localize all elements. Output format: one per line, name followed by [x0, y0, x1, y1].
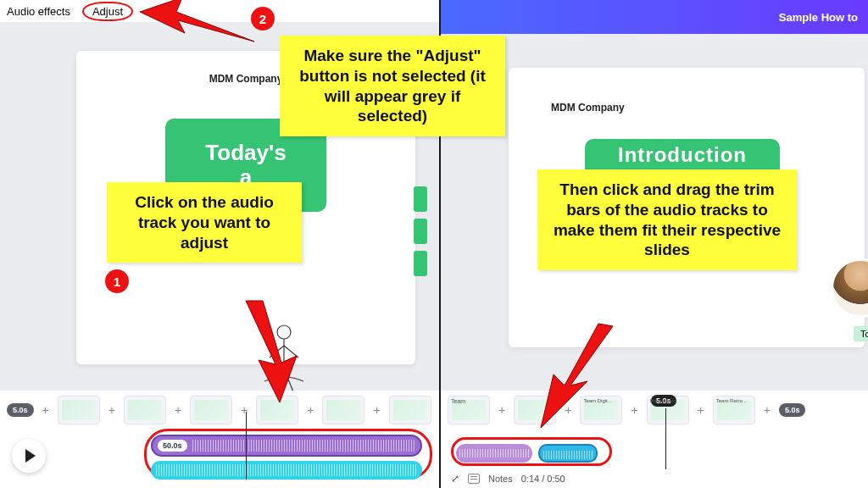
- waveform-icon: [156, 464, 417, 476]
- adjust-tab[interactable]: Adjust: [82, 2, 133, 21]
- add-icon[interactable]: +: [762, 403, 772, 417]
- slide-thumb[interactable]: [124, 396, 166, 424]
- duration-pill: 5.0s: [7, 403, 34, 417]
- name-tag: Toma: [854, 326, 868, 341]
- slide-thumb[interactable]: [389, 396, 431, 424]
- time-display: 0:14 / 0:50: [521, 474, 565, 484]
- step-badge-2: 2: [251, 7, 275, 30]
- notes-label[interactable]: Notes: [488, 474, 513, 484]
- add-icon[interactable]: +: [497, 403, 507, 417]
- add-icon[interactable]: +: [629, 403, 639, 417]
- add-icon[interactable]: +: [305, 403, 315, 417]
- audio-track-blue[interactable]: [538, 444, 598, 463]
- add-icon[interactable]: +: [696, 403, 706, 417]
- slide-thumb[interactable]: [58, 396, 100, 424]
- company-label: MDM Company: [509, 68, 865, 114]
- annotation-callout-3: Then click and drag the trim bars of the…: [537, 169, 797, 270]
- audio-track-cyan[interactable]: [151, 461, 422, 480]
- slide-thumb[interactable]: Team Retro...: [713, 396, 755, 424]
- timeline-left: 5.0s + + + + + + 50.0s: [0, 391, 439, 488]
- audio-track-purple[interactable]: 50.0s: [151, 435, 422, 457]
- waveform-icon: [543, 451, 593, 459]
- add-icon[interactable]: +: [107, 403, 117, 417]
- audio-effects-tab[interactable]: Audio effects: [7, 5, 70, 18]
- annotation-callout-2: Make sure the "Adjust" button is not sel…: [280, 36, 505, 136]
- arrow-icon: [229, 297, 305, 410]
- add-icon[interactable]: +: [371, 403, 381, 417]
- clip-duration-pill: 50.0s: [158, 440, 187, 452]
- header-bar: Sample How to: [441, 0, 868, 34]
- step-badge-1: 1: [105, 269, 129, 293]
- waveform-icon: [192, 440, 415, 452]
- audio-track-purple[interactable]: [456, 444, 532, 463]
- duration-pill: 5.0s: [779, 403, 806, 417]
- annotation-callout-1: Click on the audio track you want to adj…: [107, 182, 302, 263]
- notes-bar: ⤢ Notes 0:14 / 0:50: [451, 473, 565, 485]
- arrow-icon: [532, 322, 626, 435]
- slide-indicators: [414, 186, 427, 276]
- timeline-right: Team + + Team Digit... + Introduction + …: [441, 391, 868, 488]
- sample-button[interactable]: Sample How to: [779, 11, 858, 24]
- slide-thumb[interactable]: Introduction: [647, 396, 689, 424]
- arrow-icon: [136, 0, 263, 58]
- add-icon[interactable]: +: [41, 403, 51, 417]
- slide-thumb[interactable]: Team: [448, 396, 490, 424]
- thumbnail-row: 5.0s + + + + + +: [0, 391, 439, 426]
- slide-thumb[interactable]: [322, 396, 364, 424]
- notes-icon[interactable]: [468, 474, 480, 484]
- slide-thumb[interactable]: [190, 396, 232, 424]
- playhead[interactable]: 5.0s: [665, 408, 666, 469]
- add-icon[interactable]: +: [173, 403, 183, 417]
- playhead[interactable]: [246, 412, 247, 480]
- avatar: [831, 258, 868, 318]
- expand-icon[interactable]: ⤢: [451, 473, 459, 485]
- waveform-icon: [459, 449, 529, 458]
- play-button[interactable]: [12, 439, 46, 473]
